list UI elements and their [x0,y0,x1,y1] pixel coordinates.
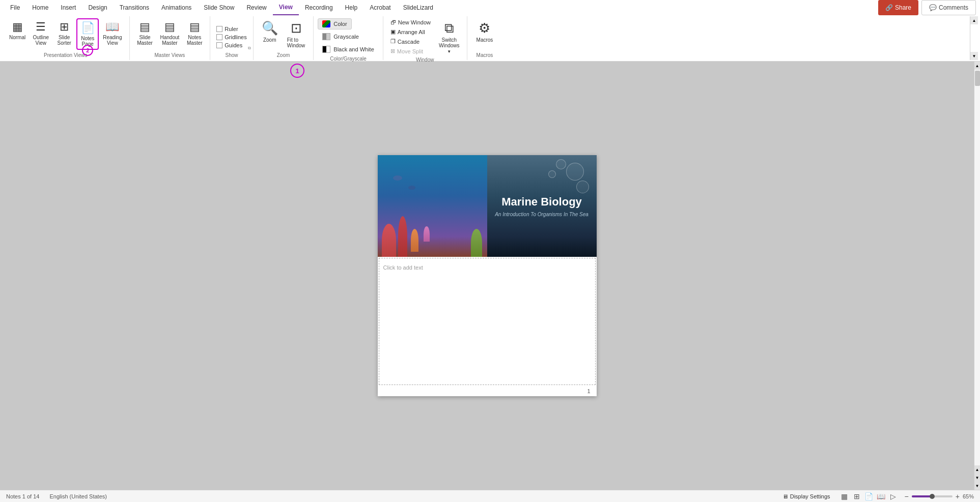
btn-normal[interactable]: ▦ Normal [6,18,29,42]
view-slide-sorter-icon[interactable]: ⊞ [852,491,862,501]
zoom-slider-group: − + 65% [905,492,974,500]
master-views-items: ▤ SlideMaster ▤ HandoutMaster ▤ NotesMas… [134,18,206,51]
sea-creature-1 [393,175,402,181]
btn-switch-windows[interactable]: ⧉ SwitchWindows ▼ [436,18,463,56]
handout-master-icon: ▤ [164,20,175,34]
ribbon-scroll-down[interactable]: ▼ [970,52,978,60]
zoom-slider-track[interactable] [912,495,953,497]
notes-text-area[interactable]: Click to add text [379,258,596,385]
btn-arrange-all[interactable]: ▣ Arrange All [387,27,434,36]
view-slideshow-icon[interactable]: ▷ [888,491,899,501]
btn-outline-view[interactable]: ☰ OutlineView [30,18,52,48]
btn-move-split: ⊠ Move Split [387,47,434,55]
switch-windows-dropdown-icon: ▼ [447,49,451,54]
tab-transitions[interactable]: Transitions [114,0,155,15]
group-zoom: 🔍 Zoom ⊡ Fit toWindow Zoom [254,16,314,60]
checkbox-gridlines[interactable]: Gridlines [214,34,248,41]
language-info: English (United States) [49,493,107,499]
share-button[interactable]: 🔗 Share [878,0,918,15]
slide-sorter-icon: ⊞ [60,20,69,34]
new-window-label: New Window [398,19,431,25]
btn-grayscale[interactable]: Grayscale [318,31,363,42]
show-items: Ruler Gridlines Guides [214,18,248,51]
btn-color[interactable]: Color [318,18,351,29]
guides-checkbox[interactable] [216,42,222,48]
btn-cascade[interactable]: ❐ Cascade [387,37,434,46]
scroll-up-button[interactable]: ▲ [974,62,980,70]
scroll-down-button[interactable]: ▼ [974,482,980,490]
notes-master-label: NotesMaster [187,35,203,46]
btn-new-window[interactable]: 🗗 New Window [387,18,434,26]
tab-help[interactable]: Help [339,0,364,15]
btn-handout-master[interactable]: ▤ HandoutMaster [157,18,183,48]
slide-thumbnail: Marine Biology An Introduction To Organi… [378,155,597,257]
tab-acrobat[interactable]: Acrobat [363,0,397,15]
display-settings-button[interactable]: 🖥 Display Settings [779,492,833,500]
zoom-slider-thumb[interactable] [930,494,935,499]
ribbon-tab-bar: File Home Insert Design Transitions Anim… [0,0,980,15]
zoom-items: 🔍 Zoom ⊡ Fit toWindow [258,18,310,51]
normal-icon: ▦ [12,20,23,34]
color-grayscale-label: Color/Grayscale [330,55,367,62]
cascade-label: Cascade [398,39,419,45]
guides-label: Guides [225,42,242,48]
tab-view[interactable]: View [273,0,299,15]
presentation-views-label: Presentation Views [44,51,87,58]
btn-black-white[interactable]: Black and White [318,44,378,55]
zoom-minus-button[interactable]: − [905,492,909,500]
tab-slideshow[interactable]: Slide Show [198,0,240,15]
ribbon-scroll-up[interactable]: ▲ [970,16,978,24]
btn-slide-master[interactable]: ▤ SlideMaster [134,18,156,48]
macros-group-label: Macros [477,51,493,58]
scroll-page-up[interactable]: ▲ [974,465,980,474]
btn-macros[interactable]: ⚙ Macros [471,18,498,45]
zoom-plus-button[interactable]: + [956,492,960,500]
tab-slidelizard[interactable]: SlideLizard [397,0,439,15]
slide-subtitle: An Introduction To Organisms In The Sea [495,212,589,217]
normal-label: Normal [9,35,25,40]
zoom-icon: 🔍 [262,20,278,36]
slide-master-label: SlideMaster [137,35,153,46]
show-label: Show [226,51,238,58]
group-presentation-views: ▦ Normal ☰ OutlineView ⊞ SlideSorter 📄 N… [2,16,130,60]
tab-animations[interactable]: Animations [155,0,198,15]
checkbox-ruler[interactable]: Ruler [214,25,240,33]
scroll-track[interactable] [974,70,980,465]
btn-slide-sorter[interactable]: ⊞ SlideSorter [53,18,75,48]
arrange-all-icon: ▣ [390,28,396,35]
notes-document: Marine Biology An Introduction To Organi… [378,155,597,396]
tab-review[interactable]: Review [240,0,272,15]
show-expand-icon[interactable]: ⧉ [248,46,251,51]
tab-file[interactable]: File [4,0,26,15]
coral-shape-4 [471,229,482,257]
view-normal-icon[interactable]: ▦ [839,491,850,501]
slide-canvas[interactable]: Marine Biology An Introduction To Organi… [0,62,974,490]
checkbox-guides[interactable]: Guides [214,42,244,49]
tab-design[interactable]: Design [82,0,113,15]
btn-notes-page[interactable]: 📄 NotesPage 2 [76,18,99,50]
zoom-label: Zoom [263,37,276,43]
view-notes-page-icon[interactable]: 📄 [864,491,874,501]
master-views-label: Master Views [154,51,185,58]
tab-recording[interactable]: Recording [299,0,339,15]
bubble-4 [548,170,556,178]
coral-shape-5 [424,226,430,242]
coral-shape-2 [398,216,407,257]
gridlines-checkbox[interactable] [216,34,222,40]
sea-creature-2 [408,186,415,190]
coral-shape-1 [382,224,396,257]
tab-insert[interactable]: Insert [54,0,82,15]
btn-notes-master[interactable]: ▤ NotesMaster [183,18,206,48]
btn-fit-to-window[interactable]: ⊡ Fit toWindow [283,18,310,50]
ruler-checkbox[interactable] [216,26,222,32]
btn-reading-view[interactable]: 📖 ReadingView [100,18,125,48]
status-bar: Notes 1 of 14 English (United States) 🖥 … [0,490,980,502]
btn-zoom[interactable]: 🔍 Zoom [258,18,282,45]
ribbon-scroll-area: ▲ ▼ [970,16,978,60]
reading-view-icon: 📖 [105,20,119,34]
tab-home[interactable]: Home [26,0,54,15]
comments-button[interactable]: 💬 Comments [921,0,976,15]
switch-windows-icon: ⧉ [444,20,454,36]
scroll-page-down[interactable]: ▼ [974,474,980,482]
view-reading-icon[interactable]: 📖 [876,491,886,501]
